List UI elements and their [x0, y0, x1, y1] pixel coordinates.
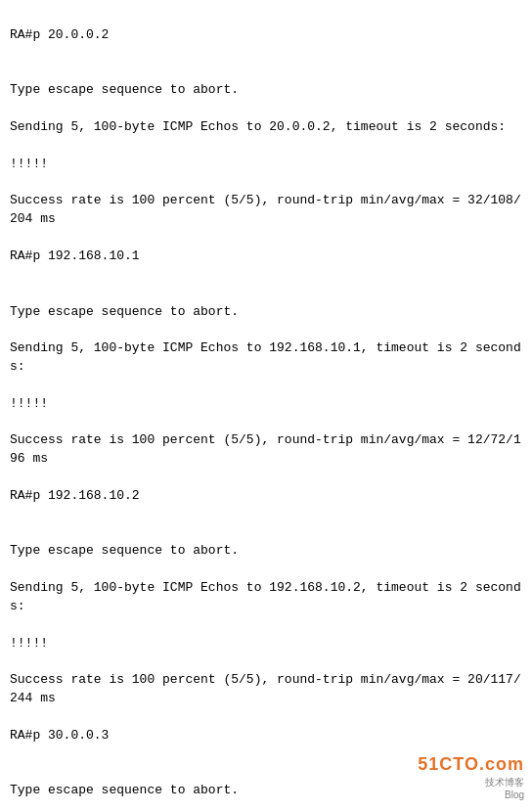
terminal-line: Type escape sequence to abort.: [10, 542, 522, 561]
terminal-line: Success rate is 100 percent (5/5), round…: [10, 192, 522, 229]
terminal-line: RA#p 20.0.0.2: [10, 26, 522, 45]
terminal-line: RA#p 192.168.10.1: [10, 248, 522, 266]
terminal-line: Type escape sequence to abort.: [10, 81, 522, 100]
watermark: 51CTO.com 技术博客 Blog: [418, 754, 524, 800]
terminal-line: !!!!!: [10, 156, 522, 174]
watermark-blog: Blog: [505, 789, 524, 800]
watermark-logo: 51CTO.com: [418, 754, 524, 775]
terminal-line: RA#p 192.168.10.2: [10, 487, 522, 506]
terminal-line: Sending 5, 100-byte ICMP Echos to 20.0.0…: [10, 118, 522, 137]
terminal-line: Sending 5, 100-byte ICMP Echos to 192.16…: [10, 579, 522, 616]
terminal-line: RA#p 30.0.0.3: [10, 727, 522, 745]
watermark-sub: 技术博客: [485, 776, 524, 789]
terminal-line: Type escape sequence to abort.: [10, 303, 522, 322]
terminal-line: !!!!!: [10, 635, 522, 654]
terminal-line: Sending 5, 100-byte ICMP Echos to 192.16…: [10, 339, 522, 377]
terminal-output: RA#p 20.0.0.2 Type escape sequence to ab…: [10, 8, 522, 812]
terminal-line: Success rate is 100 percent (5/5), round…: [10, 671, 522, 708]
terminal-line: !!!!!: [10, 395, 522, 414]
terminal-line: Success rate is 100 percent (5/5), round…: [10, 431, 522, 469]
